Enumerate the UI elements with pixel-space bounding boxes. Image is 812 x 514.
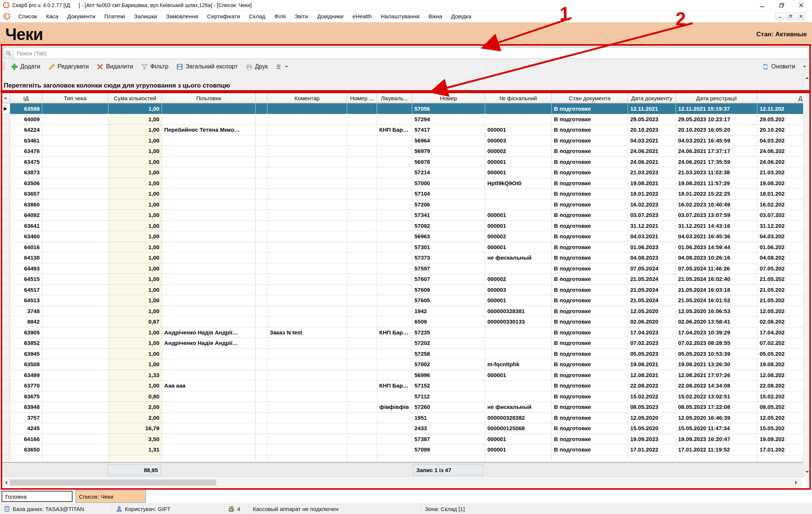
- menu-item-склад[interactable]: Склад: [245, 13, 270, 19]
- table-row[interactable]: 634751,0056978000001В подготовке24.06.20…: [1, 157, 804, 168]
- table-row[interactable]: 638601,0057206В подготовке16.02.202316.0…: [1, 199, 804, 210]
- menu-item-філії[interactable]: Філії: [270, 13, 290, 19]
- column-header-facility[interactable]: Лікуваль...: [377, 93, 412, 103]
- cell-reg_date: 02.06.2020 13:58:41: [676, 316, 757, 327]
- table-row[interactable]: 640921,0057341000001В подготовке03.07.20…: [1, 210, 804, 221]
- scroll-left-icon[interactable]: [1, 479, 9, 486]
- menu-item-налаштування[interactable]: Налаштування: [376, 13, 424, 19]
- search-box[interactable]: [3, 48, 809, 59]
- table-row[interactable]: 638521,00Андріченко Надія Андрії…57202В …: [1, 338, 804, 349]
- status-segment: Користувач: GIFT: [112, 504, 224, 514]
- table-row[interactable]: 634991,3356996000001В подготовке12.08.20…: [1, 370, 804, 381]
- table-row[interactable]: 88420,676509000000330133В подготовке02.0…: [1, 316, 804, 327]
- column-header-comment[interactable]: Коментар: [267, 93, 347, 103]
- restore-button[interactable]: [779, 3, 784, 7]
- column-header-number_short[interactable]: Номер ...: [347, 93, 377, 103]
- column-header-check_type[interactable]: Тип чека: [42, 93, 108, 103]
- toolbar-button-редагувати[interactable]: Редагувати: [45, 61, 93, 72]
- cell-check_type: [42, 338, 108, 349]
- menu-item-довідники[interactable]: Довідники: [313, 13, 348, 19]
- table-row[interactable]: 644931,0057597В подготовке07.05.202407.0…: [1, 263, 804, 274]
- mdi-minimize-button[interactable]: [775, 12, 784, 20]
- table-row[interactable]: 636750,8057112В подготовке15.02.202215.0…: [1, 391, 804, 402]
- table-row[interactable]: 639051,00Андріченко Надія Андрії…Заказ N…: [1, 327, 804, 338]
- table-row[interactable]: 634761,0056979000002В подготовке24.06.20…: [1, 146, 804, 157]
- mdi-restore-button[interactable]: [786, 12, 795, 20]
- tab-home[interactable]: Головна: [1, 491, 73, 502]
- table-row[interactable]: 635081,0057002m-fqcnItphkВ подготовке19.…: [1, 359, 804, 370]
- search-icon[interactable]: [3, 48, 14, 58]
- table-row[interactable]: 639451,0057258В подготовке05.05.202305.0…: [1, 349, 804, 360]
- cell-doc_date: 15.02.2022: [628, 391, 676, 402]
- cell-reg_date: 31.12.2021 14:43:16: [676, 221, 757, 232]
- menu-item-вікна[interactable]: Вікна: [424, 13, 447, 19]
- mdi-close-button[interactable]: [796, 12, 805, 20]
- toolbar-button-загальний-експорт[interactable]: Загальний експорт: [172, 61, 242, 72]
- toolbar-button-видалити[interactable]: Видалити: [93, 61, 137, 72]
- cell-facility: [377, 146, 412, 157]
- minimize-button[interactable]: [760, 3, 765, 7]
- table-row[interactable]: 645131,0057605000001В подготовке21.05.20…: [1, 295, 804, 306]
- horizontal-scrollbar-thumb[interactable]: [10, 480, 216, 486]
- table-row[interactable]: 635061,0057000Hptl9kQ9Ot0В подготовке19.…: [1, 178, 804, 189]
- table-row[interactable]: 641663,5057387000001В подготовке19.09.20…: [1, 434, 804, 445]
- column-header-number[interactable]: Номер: [412, 93, 485, 103]
- column-header-id[interactable]: ІД: [10, 93, 42, 103]
- tab-list-checks[interactable]: Список: Чеки: [76, 490, 146, 503]
- toolbar-grip-handle[interactable]: [3, 62, 5, 71]
- menu-item-платежі[interactable]: Платежі: [100, 13, 130, 19]
- vertical-scrollbar[interactable]: [803, 73, 811, 477]
- table-row[interactable]: 638731,0057214000001В подготовке21.03.20…: [1, 167, 804, 178]
- toolbar-button-додати[interactable]: Додати: [7, 61, 45, 72]
- column-header-fiscal_no[interactable]: № фіскальний: [485, 93, 552, 103]
- table-row[interactable]: 637701,00Ааа аааКНП Бар…57152В подготовк…: [1, 380, 804, 391]
- table-row[interactable]: 37481,001942000000328381В подготовке12.0…: [1, 306, 804, 317]
- menu-item-документи[interactable]: Документи: [63, 13, 100, 19]
- menu-item-довідка[interactable]: Довідка: [447, 13, 476, 19]
- menu-item-замовлення[interactable]: Замовлення: [162, 13, 202, 19]
- table-row[interactable]: 639482,00фівфівфів57260не фискальныйВ по…: [1, 402, 804, 413]
- cell-id: 63873: [10, 167, 42, 178]
- group-by-bar[interactable]: Перетягніть заголовок колонки сюди для у…: [0, 73, 812, 92]
- search-input[interactable]: [14, 50, 809, 56]
- column-header-qty_sum[interactable]: Сума кількостей: [108, 93, 162, 103]
- table-row[interactable]: 640091,0057294В подготовке29.05.202329.0…: [1, 114, 804, 125]
- refresh-button[interactable]: Оновити: [758, 61, 799, 72]
- table-row[interactable]: 645151,0057607000002В подготовке21.05.20…: [1, 274, 804, 285]
- table-row[interactable]: [1, 455, 804, 461]
- column-header-blank[interactable]: [256, 93, 267, 103]
- table-row[interactable]: 641381,0057373не фискальныйВ подготовке0…: [1, 253, 804, 263]
- toolbar-button-друк[interactable]: Друк: [242, 61, 272, 72]
- table-row[interactable]: 645171,0057609000003В подготовке21.05.20…: [1, 285, 804, 296]
- table-row[interactable]: 424516,792433000000125068В подготовке15.…: [1, 423, 804, 434]
- scroll-up-icon[interactable]: [803, 73, 811, 81]
- horizontal-scrollbar[interactable]: [1, 479, 801, 486]
- column-header-doc_date[interactable]: Дата документу: [628, 93, 676, 103]
- column-header-beneficiary[interactable]: Пільговик: [162, 93, 256, 103]
- scroll-down-icon[interactable]: [803, 469, 811, 477]
- toolbar-button-фільтр[interactable]: Фільтр: [137, 61, 172, 72]
- table-row[interactable]: 636411,0057092000001В подготовке31.12.20…: [1, 221, 804, 232]
- menu-item-звіти[interactable]: Звіти: [290, 13, 313, 19]
- menu-item-каса[interactable]: Каса: [42, 13, 63, 19]
- refresh-dropdown-icon[interactable]: [803, 66, 806, 69]
- table-row[interactable]: 634611,0056964000003В подготовке04.03.20…: [1, 135, 804, 146]
- menu-item-ehealth[interactable]: eHealth: [348, 13, 376, 19]
- menu-item-сертифікати[interactable]: Сертифікати: [203, 13, 245, 19]
- table-row[interactable]: 634601,0056963000002В подготовке04.03.20…: [1, 231, 804, 242]
- table-row[interactable]: 636501,3157099000001В подготовке17.01.20…: [1, 444, 804, 455]
- table-row[interactable]: 642241,00Перебийнос Тетяна Мико…КНП Бар……: [1, 125, 804, 135]
- cell-reg_date: 08.05.2023 17:22:08: [676, 402, 757, 413]
- close-button[interactable]: [799, 3, 804, 7]
- table-row[interactable]: ▶635981,0057056В подготовке12.11.202112.…: [1, 103, 804, 114]
- column-header-date_clipped[interactable]: Д: [757, 93, 804, 103]
- scroll-right-icon[interactable]: [793, 479, 801, 486]
- table-row[interactable]: 636571,0057104В подготовке18.01.202218.0…: [1, 189, 804, 199]
- column-header-reg_date[interactable]: Дата реєстрації: [676, 93, 757, 103]
- column-header-doc_state[interactable]: Стан документа: [552, 93, 628, 103]
- menu-item-залишки[interactable]: Залишки: [130, 13, 162, 19]
- table-row[interactable]: 640161,0057301000001В подготовке01.06.20…: [1, 242, 804, 253]
- menu-item-список[interactable]: Список: [14, 13, 42, 19]
- toolbar-list-dropdown[interactable]: [272, 61, 292, 72]
- table-row[interactable]: 37572,001951000000328382В подготовке12.0…: [1, 413, 804, 423]
